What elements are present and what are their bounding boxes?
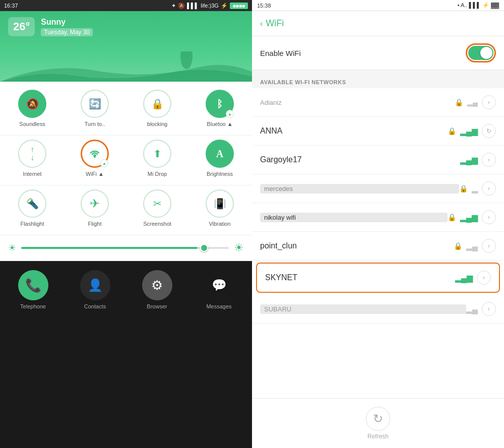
turn-to-label: Turn to.. xyxy=(85,121,105,127)
lock-icon: 🔒 xyxy=(448,127,456,135)
right-status-icons: • A.. ▌▌▌ ⚡ ▓▓ xyxy=(458,2,499,9)
available-networks-header: AVAILABLE WI-FI NETWORKS xyxy=(252,74,504,88)
wifi-name-nikolay-wifi: nikolay wifi xyxy=(260,213,448,222)
wifi-icons-anna: 🔒 ▂▄▆ ↻ xyxy=(448,124,496,138)
enable-wifi-label: Enable WiFi xyxy=(260,49,301,57)
bottom-dock: 📞 Telephone 👤 Contacts ⚙ Browser 💬 Messa… xyxy=(0,261,252,448)
signal-icon: ▂▄▆ xyxy=(460,213,478,222)
dock-contacts[interactable]: 👤 Contacts xyxy=(66,266,124,309)
back-button[interactable]: ‹ xyxy=(260,19,263,28)
toggle-wifi[interactable]: ▲ WiFi ▲ xyxy=(67,140,123,177)
wifi-icon xyxy=(89,149,101,159)
refresh-button[interactable]: ↻ xyxy=(366,407,390,431)
wifi-item-gargoyle17[interactable]: Gargoyle17 ▂▄▆ › xyxy=(252,146,504,174)
bluetooth-icon: ᛒ xyxy=(217,98,223,110)
lock-icon: 🔒 xyxy=(448,213,456,221)
bluetooth-circle: ᛒ ▲ xyxy=(206,90,234,118)
toggle-turn-to[interactable]: 🔄 Turn to.. xyxy=(67,90,123,127)
wifi-icons-adianiz: 🔒 ▂▄ › xyxy=(455,95,496,109)
wifi-item-adianiz[interactable]: Adianiz 🔒 ▂▄ › xyxy=(252,88,504,117)
wifi-item-mercedes[interactable]: mercedes 🔒 ▂ › xyxy=(252,174,504,203)
contacts-icon: 👤 xyxy=(88,278,103,292)
left-status-icons: ✦ 🔕 ▌▌▌ life:)3G ⚡ ■■■■ xyxy=(171,3,248,9)
toggle-blocking[interactable]: 🔒 blocking xyxy=(129,90,185,127)
internet-circle: ↑↓ xyxy=(18,140,46,168)
toggle-screenshot[interactable]: ✂ Screenshot xyxy=(129,189,185,227)
wifi-badge: ▲ xyxy=(100,159,108,167)
wifi-name-anna: ANNA xyxy=(260,126,448,136)
toggle-flashlight[interactable]: 🔦 Flashlight xyxy=(4,189,60,227)
dock-telephone[interactable]: 📞 Telephone xyxy=(4,266,62,309)
wifi-item-nikolay-wifi[interactable]: nikolay wifi 🔒 ▂▄▆ › xyxy=(252,203,504,232)
signal-icon: ▂▄ xyxy=(466,241,478,251)
temperature: 26° xyxy=(8,17,35,36)
browser-label: Browser xyxy=(147,303,167,309)
settings-icon: ⚙ xyxy=(151,278,163,293)
wifi-item-anna[interactable]: ANNA 🔒 ▂▄▆ ↻ xyxy=(252,117,504,146)
toggle-vibration[interactable]: 📳 Vibration xyxy=(192,189,248,227)
telephone-label: Telephone xyxy=(20,303,46,309)
blocking-circle: 🔒 xyxy=(143,90,171,118)
bluetooth-badge: ▲ xyxy=(226,110,234,118)
left-status-time: 16:37 xyxy=(4,3,18,9)
chevron-right-icon: › xyxy=(482,95,496,109)
right-status-bar: 15:38 • A.. ▌▌▌ ⚡ ▓▓ xyxy=(252,0,504,11)
messages-icon: 💬 xyxy=(212,278,227,292)
lock-icon: 🔒 xyxy=(454,242,462,250)
wifi-item-subaru[interactable]: SUBARU ▂▄ › xyxy=(252,295,504,324)
signal-icon: ▂▄▆ xyxy=(455,273,473,283)
flight-circle: ✈ xyxy=(81,189,109,218)
toggle-brightness[interactable]: A Brightness xyxy=(192,140,248,177)
svg-point-0 xyxy=(180,51,193,69)
toggle-soundless[interactable]: 🔕 Soundless xyxy=(4,90,60,127)
wifi-title: WiFi xyxy=(266,18,284,29)
toggle-internet[interactable]: ↑↓ Internet xyxy=(4,140,60,177)
weather-condition: Sunny xyxy=(41,18,93,27)
wifi-header: ‹ WiFi xyxy=(252,11,504,36)
midrop-circle: ⬆ xyxy=(143,140,171,168)
weather-date: Tuesday, May 30 xyxy=(41,28,93,36)
chevron-right-icon: › xyxy=(482,239,496,253)
data-icon: ↑↓ xyxy=(30,146,34,162)
wifi-label: WiFi ▲ xyxy=(86,171,104,177)
lock-icon: 🔒 xyxy=(455,98,463,106)
wifi-toggle-knob xyxy=(480,47,492,59)
lock-icon: 🔒 xyxy=(151,98,164,110)
brightness-circle: A xyxy=(206,140,234,168)
wifi-icons-skynet: ▂▄▆ › xyxy=(455,271,491,285)
wifi-name-mercedes: mercedes xyxy=(260,184,459,194)
quick-toggles-row1: 🔕 Soundless 🔄 Turn to.. 🔒 blocking ᛒ ▲ B… xyxy=(0,82,252,136)
loading-icon: ↻ xyxy=(482,124,496,138)
screenshot-circle: ✂ xyxy=(143,189,171,218)
wifi-item-skynet[interactable]: SKYNET ▂▄▆ › xyxy=(256,263,500,293)
blocking-label: blocking xyxy=(147,121,167,127)
flight-icon: ✈ xyxy=(90,197,100,211)
wifi-name-adianiz: Adianiz xyxy=(260,99,455,106)
lock-icon: 🔒 xyxy=(459,184,468,193)
messages-circle: 💬 xyxy=(204,270,234,300)
signal-icon: ▂▄ xyxy=(467,98,478,106)
dock-browser[interactable]: ⚙ Browser xyxy=(128,266,186,309)
soundless-label: Soundless xyxy=(19,121,45,127)
brightness-slider[interactable] xyxy=(21,247,229,249)
toggle-midrop[interactable]: ⬆ Mi Drop xyxy=(129,140,185,177)
dock-messages[interactable]: 💬 Messages xyxy=(190,266,248,309)
contacts-circle: 👤 xyxy=(80,270,110,300)
signal-icon: ▂▄ xyxy=(466,304,478,314)
toggle-bluetooth[interactable]: ᛒ ▲ Bluetoo ▲ xyxy=(192,90,248,127)
flashlight-label: Flashlight xyxy=(20,221,44,227)
quick-toggles-row3: 🔦 Flashlight ✈ Flight ✂ Screenshot 📳 Vib… xyxy=(0,185,252,235)
landscape-svg xyxy=(0,51,252,82)
wifi-item-point-clun[interactable]: point_clun 🔒 ▂▄ › xyxy=(252,232,504,261)
wifi-toggle[interactable] xyxy=(468,46,493,60)
screenshot-label: Screenshot xyxy=(143,221,171,227)
browser-circle: ⚙ xyxy=(142,270,172,300)
wifi-icons-subaru: ▂▄ › xyxy=(466,302,496,316)
upload-icon: ⬆ xyxy=(153,148,162,160)
wifi-icons-mercedes: 🔒 ▂ › xyxy=(459,181,496,196)
toggle-flight[interactable]: ✈ Flight xyxy=(67,189,123,227)
right-panel: 15:38 • A.. ▌▌▌ ⚡ ▓▓ ‹ WiFi Enable WiFi … xyxy=(252,0,504,448)
vibration-label: Vibration xyxy=(209,221,230,227)
brightness-thumb xyxy=(200,244,208,252)
wifi-name-skynet: SKYNET xyxy=(265,273,455,282)
